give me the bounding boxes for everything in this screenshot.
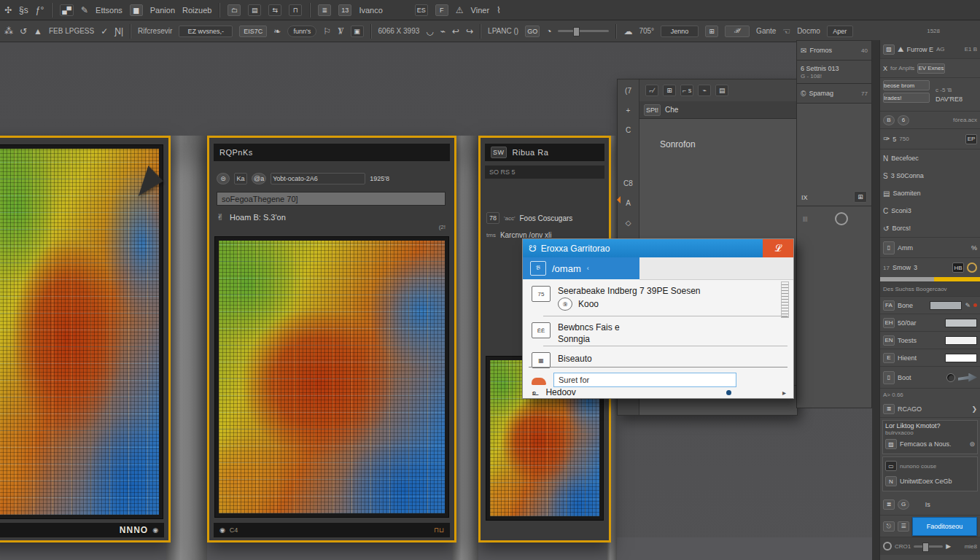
- primary-action-button[interactable]: Faoditoseou: [912, 517, 977, 536]
- size-750[interactable]: 750: [899, 136, 909, 142]
- hb-chip[interactable]: HB: [952, 262, 964, 273]
- list-icon[interactable]: ▤: [248, 4, 261, 16]
- spamag-panel[interactable]: IX ⊞: [797, 104, 871, 206]
- pen-icon[interactable]: ✓: [101, 26, 108, 36]
- curve-icon[interactable]: ◡: [426, 26, 433, 36]
- g-circle-icon[interactable]: G: [898, 499, 909, 510]
- furrow-tab[interactable]: Furrow E: [906, 46, 933, 53]
- lpanc-label[interactable]: LPANC (): [488, 27, 518, 35]
- leaf-icon[interactable]: ❧: [273, 26, 281, 36]
- cursor-icon[interactable]: ⌐ s: [680, 85, 693, 96]
- tool-13-button[interactable]: 13: [338, 4, 351, 16]
- chevron-right-icon[interactable]: ❯: [971, 405, 977, 413]
- swatch-row-50ar[interactable]: EH 50/0ar: [880, 314, 980, 332]
- funns-button[interactable]: funn's: [287, 26, 316, 37]
- settings-box[interactable]: 6 Settnis 013 G - 108!: [797, 61, 871, 84]
- mini-slider-handle[interactable]: [922, 542, 929, 552]
- paint-icon[interactable]: ✑: [883, 134, 890, 144]
- document-2-meta[interactable]: Yobt-ocato-2A6: [271, 173, 365, 184]
- bell-icon[interactable]: ◔: [546, 26, 551, 36]
- close-x[interactable]: X: [883, 65, 887, 72]
- panel-icon[interactable]: ▄▀: [60, 4, 74, 16]
- size-slider[interactable]: [558, 30, 609, 32]
- toolbox-tab[interactable]: SPt!: [644, 104, 661, 116]
- exnes-chip[interactable]: EV Exnes: [917, 63, 944, 74]
- beose-button[interactable]: beose brom: [883, 80, 930, 90]
- document-3-strip[interactable]: SO RS 5: [485, 166, 604, 179]
- b-icon[interactable]: B: [883, 115, 895, 125]
- c-tool-icon[interactable]: C: [626, 126, 631, 134]
- six-icon[interactable]: 6: [898, 115, 909, 125]
- aper-button[interactable]: Aper: [827, 26, 853, 37]
- menu-item-selected[interactable]: 𝔅 /omam ‹: [523, 257, 639, 279]
- diamond-tool-icon[interactable]: ◇: [626, 219, 631, 227]
- document-window-2[interactable]: RQPnKs ⊜ Ka @a Yobt-ocato-2A6 1925'8 soF…: [207, 136, 456, 542]
- close-button[interactable]: 𝓛: [763, 239, 793, 257]
- g-icon[interactable]: ⎋: [883, 521, 895, 532]
- caret-icon[interactable]: ⌇: [497, 5, 501, 15]
- tool-item-borcs[interactable]: ↺ Borcs!: [880, 219, 980, 237]
- menu-item-3[interactable]: ▦ Biseauto: [523, 349, 793, 368]
- ep-button[interactable]: EP: [965, 134, 977, 144]
- paw-icon[interactable]: ✣: [4, 5, 12, 15]
- swatch-white[interactable]: [945, 336, 977, 345]
- femcaos-row[interactable]: ▨ Femcaos a Nous. ⊜: [885, 436, 975, 452]
- eis7c-button[interactable]: EIS7C: [239, 26, 267, 37]
- tool-item-soconna[interactable]: S 3 S0Conna: [880, 167, 980, 184]
- ring-icon[interactable]: [835, 212, 848, 225]
- document-3-row1[interactable]: 78 'acc' Foos Coscugars: [486, 212, 572, 224]
- minus5-value[interactable]: 5: [892, 136, 896, 143]
- anchor-icon[interactable]: ⌁: [440, 26, 446, 36]
- document-1-image[interactable]: [0, 145, 163, 518]
- play-icon[interactable]: ▶: [946, 542, 951, 550]
- grid-icon[interactable]: ⊞: [705, 26, 718, 37]
- layers-icon[interactable]: ▤: [715, 85, 728, 96]
- smow-value[interactable]: 3: [914, 264, 917, 271]
- document-2-tool-row[interactable]: ✌ Hoam B: S.3'on: [217, 212, 286, 222]
- progress-label[interactable]: FEB LPGESS: [49, 27, 94, 35]
- lock-icon[interactable]: ⊜: [217, 173, 230, 184]
- tool-es-button[interactable]: ES: [415, 4, 428, 16]
- at-icon[interactable]: @a: [252, 173, 266, 184]
- go-button[interactable]: GO: [525, 26, 540, 37]
- orb-icon[interactable]: [967, 262, 977, 273]
- angle-value[interactable]: 705°: [639, 27, 654, 35]
- swatch-row-bone[interactable]: FA Bone ✎: [880, 297, 980, 314]
- arrows-icon[interactable]: ⇆: [268, 4, 281, 16]
- swatch-lightgray[interactable]: [945, 319, 977, 327]
- swatch-icon[interactable]: ▆: [130, 4, 143, 16]
- wand-icon[interactable]: Ꝟ: [338, 26, 343, 36]
- a-tool-icon[interactable]: A: [626, 199, 631, 207]
- table-icon[interactable]: ⊞: [663, 85, 676, 96]
- frame-icon[interactable]: ⊓: [289, 4, 302, 16]
- menu-item-1[interactable]: 75 Seerabeake Indberg 7 39PE Soesen ⑨ Ko…: [523, 283, 793, 311]
- docmo-label[interactable]: Docmo: [797, 27, 820, 35]
- hook-icon[interactable]: ƒ°: [36, 5, 44, 15]
- boot-row[interactable]: ▯ Boot: [880, 367, 980, 389]
- menu-item-viner[interactable]: Viner: [471, 6, 489, 15]
- save-icon[interactable]: ▣: [351, 26, 364, 37]
- layers-tab-icon[interactable]: ▨: [883, 44, 895, 55]
- record-icon[interactable]: [883, 542, 892, 551]
- fromos-header[interactable]: ✉ Fromos 40: [797, 41, 871, 61]
- mountain-icon[interactable]: ▲: [34, 26, 42, 36]
- brush-icon[interactable]: ✎: [81, 5, 88, 15]
- jenno-dropdown[interactable]: Jenno: [661, 26, 699, 37]
- menu-item-ettsons[interactable]: Ettsons: [96, 6, 122, 15]
- tool-item-sconi3[interactable]: C Sconi3: [880, 202, 980, 219]
- amm-row[interactable]: ▯ Amm %: [880, 238, 980, 258]
- undo-icon[interactable]: ↩: [452, 26, 459, 36]
- document-2-image[interactable]: [215, 237, 448, 517]
- rcago-row[interactable]: ≣ RCAGO ❯: [880, 400, 980, 418]
- swatch-row-toests[interactable]: EN Toests: [880, 332, 980, 349]
- lasso-icon[interactable]: Ɲ|: [114, 26, 123, 36]
- select-rect-icon[interactable]: ⌐∕: [645, 85, 658, 96]
- swatch-white2[interactable]: [945, 354, 977, 362]
- wvsnes-dropdown[interactable]: EZ wvsnes,-: [179, 26, 233, 37]
- tool-f-button[interactable]: F: [435, 4, 448, 16]
- share-icon[interactable]: ☁: [623, 26, 632, 36]
- swatch-row-hieent[interactable]: E Hieent: [880, 349, 980, 367]
- e1-tab[interactable]: E1 B: [965, 46, 977, 52]
- mountain-small-icon[interactable]: ⛰: [898, 45, 903, 54]
- document-2-titlebar[interactable]: RQPnKs: [214, 144, 450, 161]
